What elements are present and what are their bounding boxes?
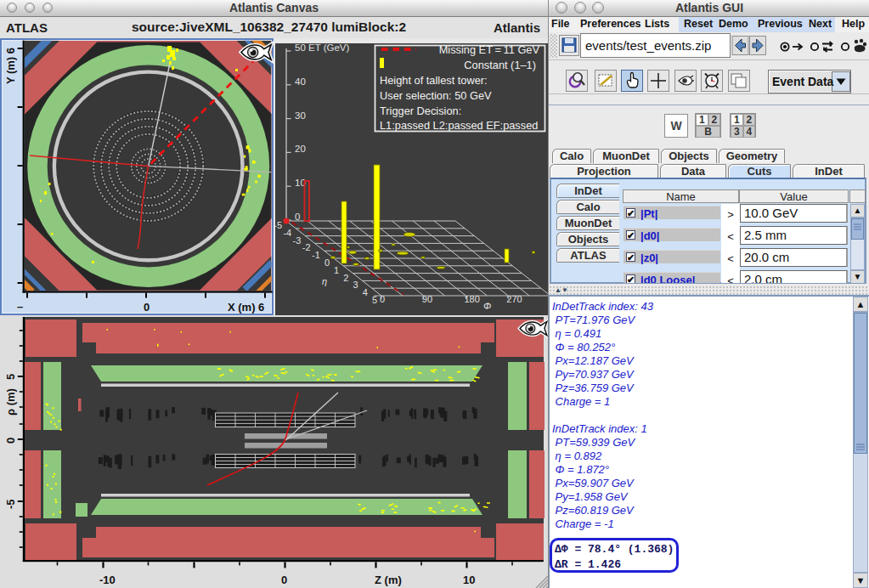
svg-text:-4: -4 xyxy=(283,228,291,238)
svg-text:30: 30 xyxy=(295,110,306,121)
svg-text:0: 0 xyxy=(4,438,17,444)
svg-text:10: 10 xyxy=(463,574,475,586)
svg-text:User selection: 50 GeV: User selection: 50 GeV xyxy=(380,89,492,102)
svg-text:X (m) 6: X (m) 6 xyxy=(228,301,264,314)
svg-text:-5: -5 xyxy=(4,499,17,509)
svg-text:50 ET (GeV): 50 ET (GeV) xyxy=(295,42,350,53)
svg-text:2: 2 xyxy=(343,273,348,283)
svg-text:Height of tallest tower:: Height of tallest tower: xyxy=(380,74,488,87)
svg-text:270: 270 xyxy=(506,294,522,304)
svg-text:3: 3 xyxy=(353,280,358,290)
svg-text:Event Data: Event Data xyxy=(772,75,834,88)
svg-text:5: 5 xyxy=(372,295,377,305)
svg-text:–: – xyxy=(17,300,23,313)
svg-text:ρ (m): ρ (m) xyxy=(4,388,17,416)
svg-text:Z (m): Z (m) xyxy=(375,574,402,586)
svg-text:Φ: Φ xyxy=(483,301,491,311)
svg-text:180: 180 xyxy=(465,294,480,304)
svg-text:40: 40 xyxy=(295,76,306,87)
svg-text:Y (m) 6: Y (m) 6 xyxy=(4,48,17,84)
svg-text:0: 0 xyxy=(281,574,287,586)
svg-text:20: 20 xyxy=(295,144,306,154)
svg-text:0: 0 xyxy=(324,257,330,268)
svg-text:0: 0 xyxy=(380,294,385,304)
svg-text:Trigger Decision:: Trigger Decision: xyxy=(380,105,461,117)
svg-text:Missing ET = 11 GeV: Missing ET = 11 GeV xyxy=(439,43,540,56)
svg-text:0: 0 xyxy=(295,212,300,222)
svg-text:η: η xyxy=(322,276,327,286)
svg-text:5: 5 xyxy=(4,374,17,380)
svg-text:0: 0 xyxy=(144,301,150,314)
svg-text:-3: -3 xyxy=(293,235,302,246)
svg-text:4: 4 xyxy=(363,287,368,297)
svg-text:events/test_events.zip: events/test_events.zip xyxy=(585,38,711,53)
svg-text:Constant (1–1): Constant (1–1) xyxy=(464,59,536,71)
svg-text:L1:passed L2:passed EF:passed: L1:passed L2:passed EF:passed xyxy=(380,119,538,132)
svg-text:-2: -2 xyxy=(302,242,311,252)
svg-text:-10: -10 xyxy=(99,574,116,586)
svg-text:1: 1 xyxy=(334,265,339,275)
svg-text:-1: -1 xyxy=(312,250,320,260)
